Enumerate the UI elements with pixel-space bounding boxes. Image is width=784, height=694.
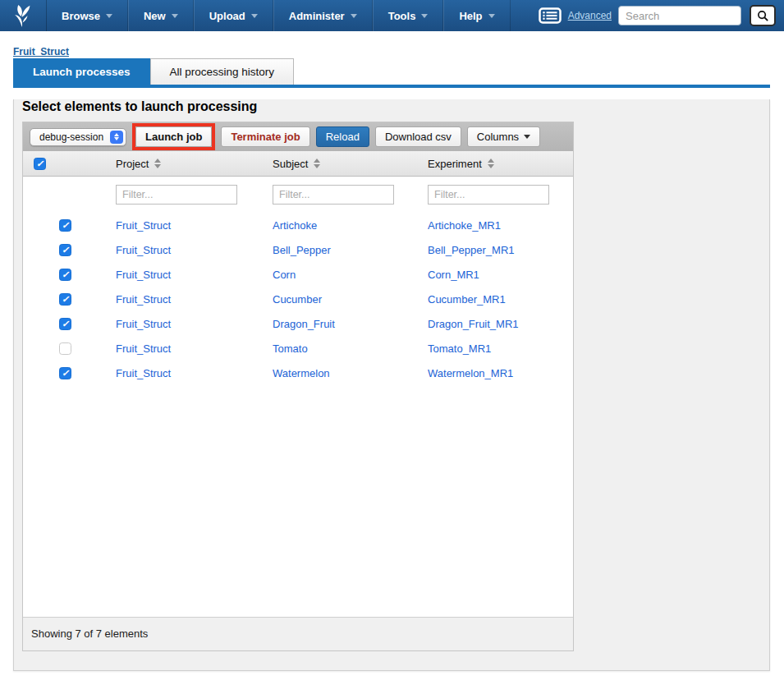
search-button[interactable] — [750, 5, 776, 26]
project-filter-input[interactable] — [116, 185, 237, 205]
chevron-down-icon — [172, 14, 178, 18]
advanced-search-icon[interactable] — [539, 7, 562, 24]
chevron-down-icon — [421, 14, 428, 18]
logo-icon — [11, 3, 35, 28]
select-stepper-icon — [110, 131, 123, 144]
session-select[interactable]: debug-session — [30, 128, 126, 146]
check-icon: ✓ — [62, 246, 69, 255]
table-toolbar: debug-session Launch job Terminate job R… — [23, 122, 573, 151]
project-link[interactable]: Fruit_Struct — [116, 367, 171, 379]
advanced-link[interactable]: Advanced — [568, 10, 612, 21]
sort-icon[interactable] — [488, 159, 494, 168]
check-icon: ✓ — [62, 295, 69, 304]
row-checkbox[interactable]: ✓ — [59, 219, 71, 232]
nav-menu-browse[interactable]: Browse — [47, 0, 128, 31]
experiment-link[interactable]: Dragon_Fruit_MR1 — [428, 318, 519, 330]
row-checkbox[interactable]: ✓ — [59, 342, 71, 355]
nav-menu-administer[interactable]: Administer — [273, 0, 373, 31]
download-csv-button[interactable]: Download csv — [375, 126, 461, 147]
search-input[interactable] — [618, 6, 741, 25]
nav-menu-new[interactable]: New — [128, 0, 194, 31]
subject-filter-input[interactable] — [273, 185, 394, 205]
filter-row — [23, 177, 573, 213]
check-icon: ✓ — [62, 270, 69, 279]
check-icon: ✓ — [62, 319, 69, 329]
terminate-job-button[interactable]: Terminate job — [221, 126, 309, 147]
tab-underline — [13, 85, 770, 88]
chevron-down-icon — [106, 14, 112, 18]
column-header-subject: Subject — [273, 158, 308, 170]
table-header-row: ✓ Project Subject Experiment — [23, 151, 573, 177]
project-link[interactable]: Fruit_Struct — [116, 244, 171, 256]
row-checkbox[interactable]: ✓ — [59, 318, 71, 330]
table-row: ✓ Fruit_Struct Corn Corn_MR1 — [23, 262, 573, 287]
project-link[interactable]: Fruit_Struct — [116, 219, 171, 232]
experiment-link[interactable]: Bell_Pepper_MR1 — [428, 244, 515, 256]
tab-launch-processes[interactable]: Launch processes — [13, 58, 150, 85]
project-link[interactable]: Fruit_Struct — [116, 318, 171, 330]
launch-job-highlight: Launch job — [132, 123, 215, 150]
search-icon — [757, 10, 769, 22]
process-table: debug-session Launch job Terminate job R… — [22, 122, 574, 651]
project-link[interactable]: Fruit_Struct — [116, 342, 171, 355]
home-logo[interactable] — [0, 0, 47, 31]
page-title: Select elements to launch processing — [22, 99, 769, 114]
tab-bar: Launch processes All processing history — [13, 58, 784, 85]
main-menu: Browse New Upload Administer Tools Help — [47, 0, 511, 31]
table-row: ✓ Fruit_Struct Cucumber Cucumber_MR1 — [23, 287, 573, 311]
experiment-link[interactable]: Cucumber_MR1 — [428, 293, 506, 306]
chevron-down-icon — [488, 14, 495, 18]
table-footer-status: Showing 7 of 7 elements — [31, 627, 148, 640]
subject-link[interactable]: Watermelon — [273, 367, 330, 379]
chevron-down-icon — [524, 135, 530, 139]
reload-button[interactable]: Reload — [316, 126, 369, 147]
chevron-down-icon — [351, 14, 357, 18]
chevron-down-icon — [251, 14, 258, 18]
tab-all-processing-history[interactable]: All processing history — [150, 58, 295, 85]
subject-link[interactable]: Dragon_Fruit — [273, 318, 335, 330]
table-empty-space — [23, 385, 573, 617]
experiment-filter-input[interactable] — [428, 185, 549, 205]
experiment-link[interactable]: Artichoke_MR1 — [428, 219, 501, 232]
row-checkbox[interactable]: ✓ — [59, 244, 71, 256]
table-row: ✓ Fruit_Struct Watermelon Watermelon_MR1 — [23, 361, 573, 385]
subject-link[interactable]: Tomato — [273, 342, 308, 355]
table-row: ✓ Fruit_Struct Tomato Tomato_MR1 — [23, 336, 573, 361]
table-row: ✓ Fruit_Struct Artichoke Artichoke_MR1 — [23, 213, 573, 237]
subject-link[interactable]: Corn — [273, 269, 296, 281]
column-header-project: Project — [116, 158, 149, 170]
content-panel: Select elements to launch processing deb… — [13, 99, 770, 671]
nav-menu-tools[interactable]: Tools — [373, 0, 444, 31]
nav-menu-help[interactable]: Help — [443, 0, 510, 31]
columns-dropdown-button[interactable]: Columns — [467, 126, 540, 147]
check-icon: ✓ — [62, 221, 69, 230]
select-all-checkbox[interactable]: ✓ — [34, 158, 46, 170]
column-header-experiment: Experiment — [428, 158, 482, 170]
sort-icon[interactable] — [154, 159, 161, 168]
row-checkbox[interactable]: ✓ — [59, 293, 71, 306]
nav-menu-upload[interactable]: Upload — [194, 0, 273, 31]
launch-job-button[interactable]: Launch job — [135, 126, 212, 147]
breadcrumb[interactable]: Fruit_Struct — [13, 46, 69, 57]
table-row: ✓ Fruit_Struct Dragon_Fruit Dragon_Fruit… — [23, 311, 573, 336]
row-checkbox[interactable]: ✓ — [59, 367, 71, 379]
project-link[interactable]: Fruit_Struct — [116, 269, 171, 281]
row-checkbox[interactable]: ✓ — [59, 269, 71, 281]
sort-icon[interactable] — [314, 159, 320, 168]
project-link[interactable]: Fruit_Struct — [116, 293, 171, 306]
subject-link[interactable]: Bell_Pepper — [273, 244, 331, 256]
experiment-link[interactable]: Corn_MR1 — [428, 269, 479, 281]
table-row: ✓ Fruit_Struct Bell_Pepper Bell_Pepper_M… — [23, 237, 573, 262]
experiment-link[interactable]: Watermelon_MR1 — [428, 367, 513, 379]
check-icon: ✓ — [62, 369, 69, 378]
subject-link[interactable]: Artichoke — [273, 219, 317, 232]
check-icon: ✓ — [36, 159, 44, 168]
table-footer: Showing 7 of 7 elements — [23, 617, 573, 650]
experiment-link[interactable]: Tomato_MR1 — [428, 342, 491, 355]
subject-link[interactable]: Cucumber — [273, 293, 322, 306]
top-navbar: Browse New Upload Administer Tools Help … — [0, 0, 784, 31]
